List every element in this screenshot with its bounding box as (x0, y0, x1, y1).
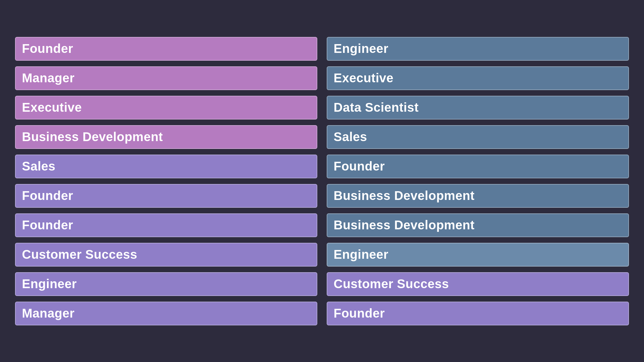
item-label: Founder (22, 189, 73, 203)
list-item[interactable]: Executive (15, 96, 317, 120)
main-grid: FounderManagerExecutiveBusiness Developm… (15, 28, 629, 335)
list-item[interactable]: Engineer (327, 243, 629, 267)
list-item[interactable]: Business Development (327, 184, 629, 208)
item-label: Engineer (334, 42, 388, 56)
item-label: Data Scientist (334, 100, 419, 115)
item-label: Executive (22, 100, 82, 115)
right-column: EngineerExecutiveData ScientistSalesFoun… (327, 37, 629, 325)
list-item[interactable]: Manager (15, 302, 317, 325)
list-item[interactable]: Customer Success (327, 272, 629, 296)
item-label: Engineer (334, 247, 388, 262)
list-item[interactable]: Engineer (15, 272, 317, 296)
list-item[interactable]: Manager (15, 66, 317, 90)
list-item[interactable]: Business Development (15, 125, 317, 149)
list-item[interactable]: Founder (15, 184, 317, 208)
item-label: Manager (22, 306, 75, 320)
left-column: FounderManagerExecutiveBusiness Developm… (15, 37, 317, 325)
list-item[interactable]: Sales (327, 125, 629, 149)
list-item[interactable]: Business Development (327, 213, 629, 237)
item-label: Sales (22, 159, 55, 173)
item-label: Customer Success (22, 247, 137, 262)
item-label: Engineer (22, 277, 77, 291)
item-label: Founder (22, 218, 73, 232)
item-label: Business Development (334, 218, 475, 232)
list-item[interactable]: Data Scientist (327, 96, 629, 120)
item-label: Business Development (22, 130, 163, 144)
item-label: Founder (334, 159, 385, 173)
list-item[interactable]: Sales (15, 155, 317, 178)
item-label: Customer Success (334, 277, 449, 291)
item-label: Sales (334, 130, 367, 144)
list-item[interactable]: Executive (327, 66, 629, 90)
list-item[interactable]: Founder (15, 37, 317, 61)
item-label: Business Development (334, 189, 475, 203)
list-item[interactable]: Customer Success (15, 243, 317, 267)
list-item[interactable]: Founder (327, 155, 629, 178)
item-label: Founder (334, 306, 385, 320)
item-label: Manager (22, 71, 75, 85)
list-item[interactable]: Founder (15, 213, 317, 237)
item-label: Executive (334, 71, 393, 85)
item-label: Founder (22, 42, 73, 56)
list-item[interactable]: Founder (327, 302, 629, 325)
list-item[interactable]: Engineer (327, 37, 629, 61)
